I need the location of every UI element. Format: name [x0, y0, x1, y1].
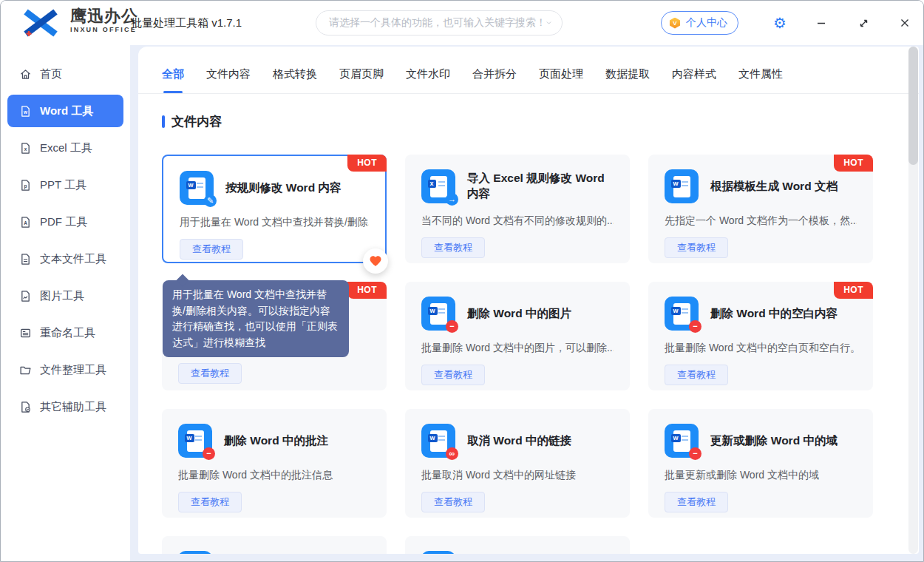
card-title: 按规则修改 Word 内容 — [225, 180, 369, 196]
tab-6[interactable]: 页面处理 — [539, 67, 583, 93]
tab-8[interactable]: 内容样式 — [672, 67, 716, 93]
card-title: 取消 Word 中的链接 — [467, 433, 614, 449]
icon-status-badge: ∞ — [446, 447, 458, 460]
brand-subtitle: INXUN OFFICE — [70, 26, 138, 34]
chevron-down-icon — [546, 20, 551, 26]
hot-badge: HOT — [834, 155, 873, 172]
close-icon[interactable] — [894, 13, 915, 33]
app-title: 批量处理工具箱 v1.7.1 — [131, 16, 242, 30]
brand: 鹰迅办公 INXUN OFFICE — [70, 7, 138, 34]
tool-card[interactable]: w 查看教程 — [405, 536, 630, 554]
view-tutorial-button[interactable]: 查看教程 — [665, 365, 728, 385]
tab-5[interactable]: 合并拆分 — [472, 67, 517, 93]
scrollbar-thumb[interactable] — [908, 47, 918, 165]
word-doc-icon: w — [19, 105, 32, 118]
card-head: w − 删除 Word 中的空白内容 — [665, 297, 857, 331]
card-description: 批量删除 Word 文档中的空白页和空白行。 — [665, 342, 857, 355]
tab-9[interactable]: 文件属性 — [738, 67, 783, 93]
tool-card[interactable]: x → 导入 Excel 规则修改 Word 内容 当不同的 Word 文档有不… — [405, 155, 630, 263]
icon-status-badge: − — [446, 320, 458, 333]
sidebar-item-label: 首页 — [40, 67, 62, 81]
vip-diamond-icon: V — [669, 18, 681, 29]
view-tutorial-button[interactable]: 查看教程 — [178, 492, 242, 512]
heart-icon — [369, 254, 382, 268]
card-description: 批量更新或删除 Word 文档中的域 — [665, 469, 857, 482]
card-head: w — [421, 551, 614, 554]
tab-0[interactable]: 全部 — [162, 67, 184, 93]
tool-card[interactable]: w − 更新或删除 Word 中的域 批量更新或删除 Word 文档中的域 查看… — [648, 409, 873, 518]
favorite-heart-button[interactable] — [363, 248, 388, 274]
icon-status-badge: − — [689, 320, 702, 333]
icon-status-badge: ✎ — [204, 194, 217, 207]
tool-card[interactable]: w ∞ 取消 Word 中的链接 批量取消 Word 文档中的网址链接 查看教程 — [405, 409, 630, 518]
excel-import-icon: x → — [421, 169, 455, 203]
hot-badge: HOT — [347, 282, 387, 299]
misc-tools-icon — [19, 401, 32, 413]
pdf-doc-icon: A — [19, 216, 32, 228]
app-window: 鹰迅办公 INXUN OFFICE 批量处理工具箱 v1.7.1 请选择一个具体… — [0, 0, 924, 562]
card-head: x → 导入 Excel 规则修改 Word 内容 — [421, 169, 614, 203]
sidebar-item-label: 文本文件工具 — [40, 252, 106, 266]
sidebar-item-label: 重命名工具 — [40, 326, 95, 340]
tab-3[interactable]: 页眉页脚 — [339, 67, 384, 93]
card-head: w ∞ 取消 Word 中的链接 — [421, 424, 614, 458]
sidebar-item-9[interactable]: 其它辅助工具 — [7, 390, 123, 423]
sidebar-item-0[interactable]: 首页 — [7, 58, 123, 90]
rename-icon — [19, 327, 32, 339]
tab-1[interactable]: 文件内容 — [206, 67, 251, 93]
word-edit-icon: w ✎ — [180, 171, 214, 205]
section-title: 文件内容 — [171, 113, 222, 130]
tool-card[interactable]: w 查看教程 — [162, 536, 387, 554]
tab-4[interactable]: 文件水印 — [406, 67, 450, 93]
tab-7[interactable]: 数据提取 — [605, 67, 650, 93]
icon-status-badge: − — [203, 447, 215, 460]
view-tutorial-button[interactable]: 查看教程 — [421, 492, 485, 512]
hot-badge: HOT — [347, 155, 387, 172]
personal-center-label: 个人中心 — [686, 16, 727, 30]
sidebar-item-4[interactable]: A PDF 工具 — [7, 206, 123, 238]
sidebar-item-2[interactable]: x Excel 工具 — [7, 132, 123, 164]
card-description: 批量取消 Word 文档中的网址链接 — [421, 469, 614, 482]
sidebar-item-label: 其它辅助工具 — [40, 400, 106, 414]
sidebar-item-label: Word 工具 — [40, 104, 93, 118]
tool-card[interactable]: HOT w 根据模板生成 Word 文档 先指定一个 Word 文档作为一个模板… — [648, 155, 873, 263]
sidebar-item-1[interactable]: w Word 工具 — [7, 95, 123, 127]
brand-name: 鹰迅办公 — [70, 7, 138, 26]
view-tutorial-button[interactable]: 查看教程 — [665, 237, 728, 258]
tool-card[interactable]: w − 删除 Word 中的批注 批量删除 Word 文档中的批注信息 查看教程 — [162, 409, 387, 518]
minimize-icon[interactable] — [811, 13, 832, 33]
card-title: 删除 Word 中的空白内容 — [710, 306, 857, 322]
view-tutorial-button[interactable]: 查看教程 — [178, 363, 242, 384]
maximize-icon[interactable] — [853, 13, 874, 33]
sidebar-item-6[interactable]: 图片工具 — [7, 280, 123, 312]
sidebar-item-8[interactable]: 文件整理工具 — [7, 353, 123, 386]
ppt-doc-icon: p — [19, 179, 32, 192]
view-tutorial-button[interactable]: 查看教程 — [421, 365, 485, 385]
view-tutorial-button[interactable]: 查看教程 — [665, 492, 728, 512]
tool-card[interactable]: HOT w − 删除 Word 中的空白内容 批量删除 Word 文档中的空白页… — [648, 282, 873, 390]
card-title: 删除 Word 中的批注 — [224, 433, 370, 449]
view-tutorial-button[interactable]: 查看教程 — [421, 237, 485, 258]
gear-icon[interactable]: ⚙ — [770, 13, 790, 33]
sidebar-item-3[interactable]: p PPT 工具 — [7, 169, 123, 201]
card-title: 导入 Excel 规则修改 Word 内容 — [467, 171, 614, 202]
word-doc-icon: w — [178, 551, 212, 554]
view-tutorial-button[interactable]: 查看教程 — [180, 239, 243, 260]
scrollbar-track — [908, 47, 918, 554]
word-comment-delete-icon: w − — [178, 424, 212, 458]
personal-center-button[interactable]: V 个人中心 — [661, 11, 738, 35]
sidebar-item-7[interactable]: 重命名工具 — [7, 316, 123, 349]
section-accent-bar — [162, 115, 165, 128]
card-title: 删除 Word 中的图片 — [467, 306, 614, 322]
tool-card[interactable]: w − 删除 Word 中的图片 批量删除 Word 文档中的图片，可以删除..… — [405, 282, 630, 390]
hot-badge: HOT — [834, 282, 873, 299]
tab-2[interactable]: 格式转换 — [273, 67, 317, 93]
word-template-icon: w — [665, 169, 699, 203]
card-head: w − 更新或删除 Word 中的域 — [665, 424, 857, 458]
card-tooltip: 用于批量在 Word 文档中查找并替换/删除相关内容。可以按指定内容进行精确查找… — [163, 280, 349, 357]
search-placeholder: 请选择一个具体的功能，也可输入关键字搜索！ — [329, 16, 546, 30]
function-search-select[interactable]: 请选择一个具体的功能，也可输入关键字搜索！ — [316, 10, 563, 35]
tool-card[interactable]: HOT w ✎ 按规则修改 Word 内容 用于批量在 Word 文档中查找并替… — [162, 155, 387, 263]
sidebar-item-5[interactable]: 文本文件工具 — [7, 243, 123, 275]
icon-status-badge: → — [446, 193, 458, 206]
